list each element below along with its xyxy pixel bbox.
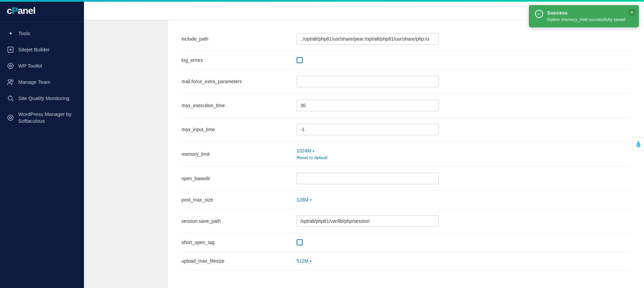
tools-icon: ✦ [7,30,14,37]
control-max_execution_time[interactable] [297,100,439,111]
sidebar-item-wptoolkit-label: WP Toolkit [18,63,42,69]
sidebar-item-sitequality-label: Site Quality Monitoring [18,95,69,102]
label-include_path: include_path [181,36,290,42]
label-log_errors: log_errors [181,57,290,63]
svg-point-5 [8,96,12,100]
label-memory_limit: memory_limit [181,151,290,157]
svg-point-2 [9,65,12,67]
form-row-max_execution_time: max_execution_time [181,94,630,118]
sidebar-item-manageteam-label: Manage Team [18,79,50,86]
label-upload_max_filesize: upload_max_filesize [181,258,290,264]
success-notification: ✓ Success Option memory_limit successful… [529,5,639,27]
label-session_save_path: session.save_path [181,218,290,224]
svg-point-6 [8,115,13,120]
checkbox-log_errors[interactable] [297,57,303,63]
sidebar-item-tools[interactable]: ✦ Tools [0,25,84,42]
sitequality-icon [7,95,14,102]
label-post_max_size: post_max_size [181,197,290,202]
form-row-post_max_size: post_max_size128M ▾ [181,191,630,209]
control-session_save_path[interactable] [297,215,439,227]
checkbox-wrapper-log_errors [297,57,439,63]
label-max_execution_time: max_execution_time [181,103,290,108]
form-row-max_input_time: max_input_time [181,118,630,142]
cpanel-logo-text: cPanel [7,5,77,16]
input-max_input_time[interactable] [297,124,439,135]
control-short_open_tag [297,239,439,245]
checkbox-wrapper-short_open_tag [297,239,439,245]
main-content: include_pathlog_errorsmail.force_extra_p… [168,20,644,288]
dropdown-arrow-upload_max_filesize: ▾ [310,259,312,263]
sidebar-item-sitequality[interactable]: Site Quality Monitoring [0,90,84,106]
dropdown-wrapper-upload_max_filesize: 512M ▾ [297,258,439,264]
sidebar-item-wpmanager[interactable]: WordPress Manager by Softaculous [0,106,84,128]
control-include_path[interactable] [297,33,439,45]
control-open_basedir[interactable] [297,173,439,184]
success-title: Success [547,10,625,16]
manageteam-icon [7,78,14,86]
label-max_input_time: max_input_time [181,127,290,132]
sidebar-item-manageteam[interactable]: Manage Team [0,74,84,90]
dropdown-post_max_size[interactable]: 128M ▾ [297,197,312,202]
form-row-upload_max_filesize: upload_max_filesize512M ▾ [181,252,630,270]
input-session_save_path[interactable] [297,215,439,227]
input-open_basedir[interactable] [297,173,439,184]
svg-point-4 [11,80,13,82]
input-max_execution_time[interactable] [297,100,439,111]
form-row-short_open_tag: short_open_tag [181,233,630,252]
sidebar-nav: ✦ Tools Sitejet Builder WP Toolkit Manag… [0,22,84,132]
dropdown-wrapper-post_max_size: 128M ▾ [297,197,439,203]
sidebar-item-wpmanager-label: WordPress Manager by Softaculous [18,111,77,124]
form-container: include_pathlog_errorsmail.force_extra_p… [181,27,630,270]
success-text: Success Option memory_limit successfully… [547,10,625,23]
wpmanager-icon [7,114,14,121]
teal-bar [0,0,644,2]
label-open_basedir: open_basedir [181,176,290,181]
reset-link-memory_limit[interactable]: Reset to default [297,155,439,160]
input-mail_force_extra_parameters[interactable] [297,76,439,87]
checkbox-short_open_tag[interactable] [297,239,303,245]
form-row-session_save_path: session.save_path [181,209,630,233]
form-row-mail_force_extra_parameters: mail.force_extra_parameters [181,70,630,94]
sidebar: cPanel ✦ Tools Sitejet Builder WP Toolki… [0,0,84,288]
success-checkmark-icon: ✓ [535,10,543,18]
form-row-log_errors: log_errors [181,51,630,70]
control-log_errors [297,57,439,63]
form-row-include_path: include_path [181,27,630,51]
floating-help-icon[interactable]: 💧 [632,137,644,151]
dropdown-memory_limit[interactable]: 1024M ▾ [297,148,314,153]
sidebar-logo: cPanel [0,0,84,22]
notification-close-button[interactable]: ✕ [628,8,636,16]
control-memory_limit[interactable]: 1024M ▾Reset to default [297,148,439,160]
svg-point-7 [9,117,12,119]
sitejet-icon [7,46,14,53]
svg-point-3 [8,79,11,82]
dropdown-upload_max_filesize[interactable]: 512M ▾ [297,258,312,264]
input-include_path[interactable] [297,33,439,45]
dropdown-arrow-post_max_size: ▾ [310,198,312,202]
sidebar-item-tools-label: Tools [18,30,30,37]
control-post_max_size[interactable]: 128M ▾ [297,197,439,203]
sidebar-item-sitejet-label: Sitejet Builder [18,46,50,53]
form-row-open_basedir: open_basedir [181,167,630,191]
label-mail_force_extra_parameters: mail.force_extra_parameters [181,79,290,84]
control-max_input_time[interactable] [297,124,439,135]
dropdown-arrow-memory_limit: ▾ [313,149,314,153]
control-upload_max_filesize[interactable]: 512M ▾ [297,258,439,264]
sidebar-item-wptoolkit[interactable]: WP Toolkit [0,58,84,74]
success-message: Option memory_limit successfully saved [547,17,625,23]
dropdown-wrapper-memory_limit: 1024M ▾Reset to default [297,148,439,160]
svg-point-1 [8,63,13,69]
label-short_open_tag: short_open_tag [181,240,290,245]
control-mail_force_extra_parameters[interactable] [297,76,439,87]
form-row-memory_limit: memory_limit1024M ▾Reset to default [181,142,630,167]
sidebar-item-sitejet[interactable]: Sitejet Builder [0,42,84,58]
wptoolkit-icon [7,62,14,70]
